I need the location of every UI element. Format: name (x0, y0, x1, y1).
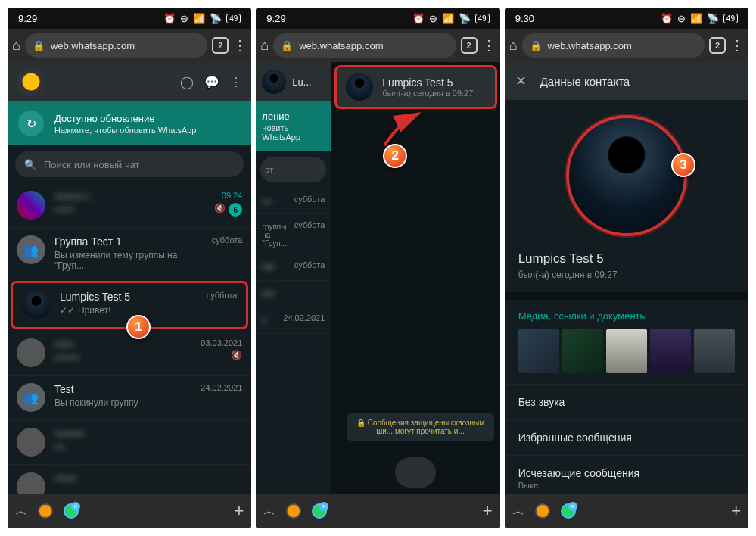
home-icon[interactable]: ⌂ (12, 38, 20, 54)
mute-option[interactable]: Без звука (505, 384, 748, 419)
plus-icon[interactable]: + (731, 501, 741, 521)
signal-icon: 📶 (442, 13, 454, 24)
chevron-up-icon[interactable]: ︿ (512, 503, 524, 519)
home-icon[interactable]: ⌂ (260, 38, 269, 54)
media-thumbnails (518, 329, 735, 373)
user-avatar[interactable] (17, 67, 45, 96)
tab-count[interactable]: 2 (461, 37, 478, 54)
chat-avatar (17, 428, 45, 457)
battery-icon: 49 (226, 14, 241, 23)
contact-info-panel: ✕ Данные контакта 3 Lumpics Test 5 был(-… (505, 62, 748, 494)
contact-display-name: Lumpics Test 5 (505, 251, 748, 266)
media-section[interactable]: Медиа, ссылки и документы (505, 292, 748, 384)
chat-contact-name: Lumpics Test 5 (382, 76, 473, 89)
chat-time: 24.02.2021 (201, 383, 242, 412)
media-thumb[interactable] (694, 329, 735, 373)
update-banner[interactable]: ↻ Доступно обновление Нажмите, чтобы обн… (8, 101, 251, 145)
status-time: 9:29 (266, 13, 285, 24)
chevron-up-icon[interactable]: ︿ (15, 503, 27, 519)
media-thumb[interactable] (518, 329, 559, 373)
plus-icon[interactable]: + (483, 501, 493, 521)
browser-bottom-bar: ︿ × + (256, 494, 499, 528)
message-input[interactable] (395, 457, 436, 488)
media-thumb[interactable] (562, 329, 603, 373)
chat-row[interactable]: 👥 Группа Тест 1Вы изменили тему группы н… (8, 228, 251, 279)
plus-icon[interactable]: + (234, 501, 244, 521)
chat-name: ••••• (54, 338, 191, 351)
address-bar[interactable]: 🔒 web.whatsapp.com (25, 33, 207, 58)
tab-count[interactable]: 2 (709, 37, 726, 54)
chat-avatar (22, 291, 51, 319)
update-subtitle: Нажмите, чтобы обновить WhatsApp (54, 126, 196, 135)
signal-icon: 📶 (193, 13, 205, 24)
chat-msg: Вы покинули группу (54, 397, 191, 408)
status-icon[interactable]: ◯ (180, 75, 194, 89)
chat-row[interactable]: ••••••••••••• 03.03.2021🔇 (8, 331, 251, 376)
new-chat-icon[interactable]: 💬 (204, 75, 219, 89)
tab-indicator-whatsapp[interactable]: × (561, 503, 576, 519)
chat-row[interactable]: ••••••••••• (8, 420, 251, 465)
starred-messages-option[interactable]: Избранные сообщения (505, 419, 748, 455)
search-input[interactable]: ат (260, 157, 326, 182)
media-thumb[interactable] (606, 329, 647, 373)
chat-row[interactable]: •••••••• ••••••• 09:24🔇6 (8, 183, 251, 228)
chat-row-highlighted[interactable]: Lumpics Test 5✓✓Привет! суббота 1 (11, 281, 248, 329)
url-text: web.whatsapp.com (548, 40, 632, 51)
chat-header-highlighted[interactable]: Lumpics Test 5 был(-а) сегодня в 09:27 (334, 65, 496, 109)
home-icon[interactable]: ⌂ (509, 38, 518, 54)
address-bar[interactable]: 🔒web.whatsapp.com (522, 33, 705, 58)
media-thumb[interactable] (650, 329, 691, 373)
dnd-icon: ⊖ (429, 13, 437, 24)
whatsapp-header: ◯ 💬 ⋮ (8, 62, 251, 101)
status-bar: 9:30 ⏰⊖📶📡49 (505, 8, 748, 29)
update-title-cut: ление (262, 111, 325, 122)
chat-row[interactable]: •••суббота (256, 189, 331, 214)
chat-msg: •••••••• (54, 353, 191, 363)
chat-row[interactable]: •••суббота (256, 254, 331, 281)
tab-indicator[interactable] (286, 503, 301, 519)
update-banner[interactable]: лениеновить WhatsApp (256, 101, 331, 151)
lock-icon: 🔒 (281, 40, 293, 51)
chat-time: суббота (212, 235, 243, 271)
address-bar[interactable]: 🔒web.whatsapp.com (273, 33, 456, 58)
chat-row[interactable]: •24.02.2021 (256, 307, 331, 334)
chat-name-cut: Lu... (292, 76, 311, 88)
contact-panel-header: ✕ Данные контакта (505, 62, 748, 100)
tab-count[interactable]: 2 (212, 37, 229, 54)
chat-avatar (17, 472, 45, 494)
chat-avatar[interactable] (262, 70, 286, 94)
chat-name: •••••• (54, 472, 242, 485)
chat-row[interactable]: •••••• (8, 465, 251, 494)
menu-icon[interactable]: ⋮ (482, 37, 496, 54)
chat-row[interactable]: группы на "Груп...суббота (256, 214, 331, 254)
muted-icon: 🔇 (231, 350, 242, 360)
lock-icon: 🔒 (33, 40, 45, 51)
chat-row[interactable]: ••• (256, 281, 331, 307)
status-time: 9:30 (515, 13, 534, 24)
update-title: Доступно обновление (54, 113, 196, 124)
chat-time: суббота (207, 291, 238, 319)
disappearing-messages-option[interactable]: Исчезающие сообщения Выкл. (505, 455, 748, 494)
lock-icon: 🔒 (530, 40, 542, 51)
status-time: 9:29 (18, 13, 37, 24)
phone-screenshot-2: 9:29 ⏰⊖📶📡49 ⌂ 🔒web.whatsapp.com 2 ⋮ Lu..… (256, 8, 499, 528)
contact-avatar (346, 73, 373, 101)
menu-icon[interactable]: ⋮ (233, 37, 247, 54)
chat-row[interactable]: 👥 TestВы покинули группу 24.02.2021 (8, 376, 251, 420)
tab-indicator[interactable] (38, 503, 53, 519)
tab-indicator-whatsapp[interactable]: × (64, 503, 79, 519)
close-icon[interactable]: ✕ (515, 73, 527, 89)
search-placeholder: Поиск или новый чат (44, 159, 140, 170)
chat-msg: ••• (54, 442, 242, 453)
step-badge-3: 3 (671, 153, 695, 177)
status-bar: 9:29 ⏰⊖📶📡49 (256, 8, 499, 29)
search-input[interactable]: 🔍 Поиск или новый чат (15, 151, 244, 177)
media-section-title: Медиа, ссылки и документы (518, 310, 735, 322)
menu-icon[interactable]: ⋮ (730, 37, 744, 54)
chevron-up-icon[interactable]: ︿ (263, 503, 275, 519)
tab-indicator[interactable] (535, 503, 550, 519)
tab-indicator-whatsapp[interactable]: × (312, 503, 327, 519)
status-icons: ⏰ ⊖ 📶 📡 49 (163, 13, 241, 24)
contact-profile-photo[interactable] (566, 115, 687, 236)
menu-dots-icon[interactable]: ⋮ (230, 75, 242, 89)
